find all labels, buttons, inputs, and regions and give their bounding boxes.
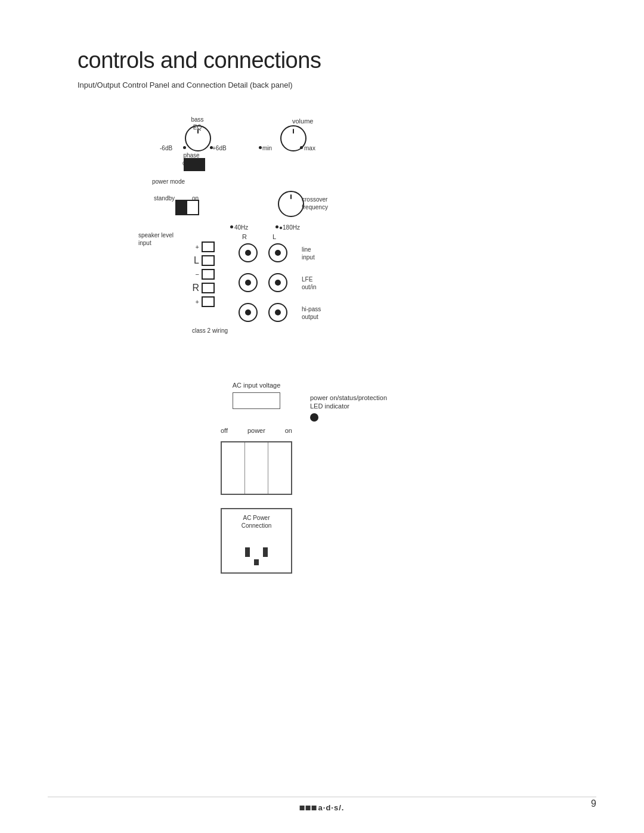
sp-terminal-1 [202,241,215,252]
power-mode-switch[interactable] [175,200,199,215]
ac-voltage-selector[interactable] [233,392,280,409]
ac-power-label: AC Power Connection [242,514,272,529]
logo-text: a·d·s/. [318,803,345,812]
outlet-shape [245,547,268,565]
page-number: 9 [591,798,596,809]
R-header-label: R [242,233,247,241]
power-switch-right [187,201,198,214]
logo-squares [300,806,317,810]
sp-R: R [190,283,199,293]
page-title: controls and connections [78,48,596,73]
page-content: controls and connections Input/Output Co… [78,48,596,797]
line-input-label: line input [302,246,315,261]
speaker-row-1: + [190,241,215,252]
on-label: on [285,427,292,434]
max-dot [300,146,303,149]
lfe-label: LFE out/in [302,275,316,291]
ac-input-voltage-label: AC input voltage [233,382,281,389]
ac-left-column: AC input voltage off power on AC Power [221,382,292,574]
power-label: power [247,427,265,434]
rca-L-line-input [268,243,287,262]
rca-R-hipass [239,303,258,322]
hz40-label: 40Hz [234,224,248,231]
crossover-label: crossover frequency [302,196,328,211]
hz180-dot [275,225,278,228]
led-dot [310,413,318,422]
bottom-divider [48,797,596,797]
hz40-dot [230,225,233,228]
rocker-section-3 [268,442,291,494]
phase-switch[interactable] [184,158,205,171]
ac-right-column: power on/status/protection LED indicator [310,382,387,422]
minus-6db-label: -6dB [160,144,172,152]
speaker-row-4: R [190,283,215,293]
speaker-row-3: − [190,269,215,280]
power-switch-left [177,201,187,214]
power-switch-labels: off power on [221,427,292,434]
sp-plus-1: + [190,243,199,250]
subtitle: Input/Output Control Panel and Connectio… [78,80,596,89]
led-indicator-label: power on/status/protection LED indicator [310,394,387,411]
outlet-slot-bottom [254,559,259,565]
speaker-section: + L − R + [190,241,215,310]
ac-section: AC input voltage off power on AC Power [221,382,596,574]
sp-plus-2: + [190,298,199,305]
logo-square-1 [300,806,305,810]
outlet-slot-left [245,547,250,557]
power-rocker-switch[interactable] [221,441,292,495]
hipass-label: hi-pass output [302,305,321,321]
sp-L: L [190,255,199,266]
sp-terminal-3 [202,269,215,280]
min-dot [259,146,262,149]
control-panel-diagram: bass EQ -6dB +6dB phase 0 180 volume min… [125,107,471,370]
ac-power-connector: AC Power Connection [221,508,292,574]
min-label: min [262,144,272,152]
speaker-row-2: L [190,255,215,266]
L-header-label: L [273,233,276,241]
logo-square-2 [306,806,311,810]
rca-R-line-input [239,243,258,262]
speaker-row-5: + [190,296,215,307]
volume-label: volume [292,117,313,125]
rocker-section-1 [222,442,245,494]
minus-6db-dot [183,146,186,149]
crossover-knob [278,191,304,217]
bass-eq-label: bass EQ [184,116,211,131]
logo-area: a·d·s/. [300,803,345,812]
outlet-top-slots [245,547,268,557]
rca-L-hipass [268,303,287,322]
hz180-label: ●180Hz [279,224,300,231]
speaker-level-label: speaker level input [138,231,174,247]
led-indicator-group: power on/status/protection LED indicator [310,394,387,422]
ac-voltage-group: AC input voltage [233,382,281,420]
sp-minus-1: − [190,271,199,278]
sp-terminal-4 [202,283,215,293]
outlet-slot-right [263,547,268,557]
class2-label: class 2 wiring [192,327,228,335]
rca-R-lfe [239,273,258,292]
max-label: max [304,144,315,152]
standby-label: standby [154,194,175,202]
ac-power-group: AC Power Connection [221,508,292,574]
power-mode-label: power mode [152,178,185,185]
rocker-section-2 [245,442,268,494]
logo-square-3 [312,806,317,810]
sp-terminal-2 [202,255,215,266]
off-label: off [221,427,228,434]
rca-L-lfe [268,273,287,292]
plus-6db-label: +6dB [212,144,227,152]
sp-terminal-5 [202,296,215,307]
